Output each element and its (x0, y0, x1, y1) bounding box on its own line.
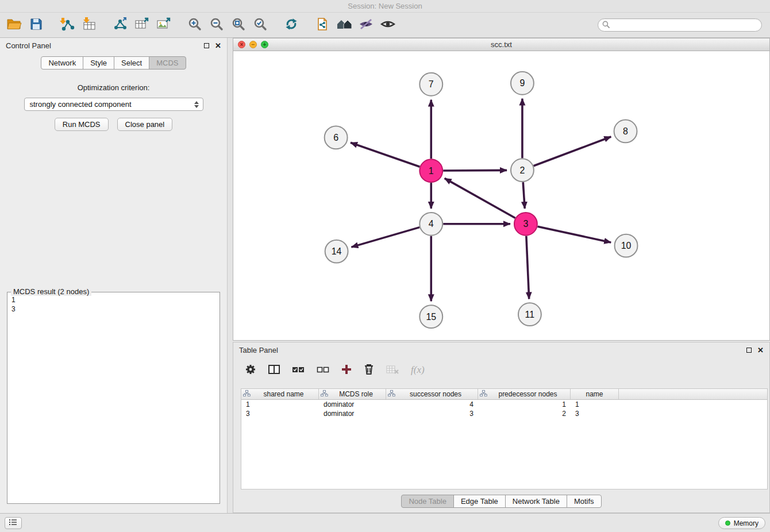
zoom-fit-button[interactable] (228, 15, 249, 36)
window-title: Session: New Session (0, 0, 770, 13)
deselect-all-button[interactable] (317, 365, 329, 376)
eye-slash-button[interactable] (355, 15, 377, 36)
zoom-out-button[interactable] (206, 15, 228, 36)
tab-select[interactable]: Select (114, 56, 149, 70)
close-panel-button[interactable]: ✕ (215, 41, 221, 50)
save-session-button[interactable] (25, 15, 47, 36)
two-houses-button[interactable] (333, 15, 355, 36)
zoom-in-button[interactable] (184, 15, 206, 36)
toolbar-search[interactable] (598, 18, 762, 32)
column-label: MCDS role (328, 390, 384, 398)
graph-node-label: 3 (523, 219, 528, 229)
column-header-predecessor-nodes[interactable]: predecessor nodes (478, 389, 571, 399)
eye-slash-icon (359, 18, 374, 32)
node-table-body: 1dominator4113dominator323 (241, 400, 767, 418)
graph-node-label: 2 (519, 165, 525, 175)
select-arrows-icon (194, 101, 199, 108)
export-network-button[interactable] (109, 15, 131, 36)
zoom-selected-button[interactable] (249, 15, 271, 36)
status-menu-button[interactable] (5, 517, 22, 529)
table-cell: 1 (478, 400, 571, 409)
table-cell: 1 (241, 400, 319, 409)
column-label: successor nodes (395, 390, 476, 398)
float-table-panel-button[interactable] (746, 348, 752, 353)
tab-node-table[interactable]: Node Table (401, 495, 454, 508)
graph-edge-2-8[interactable] (534, 137, 611, 166)
memory-button[interactable]: Memory (718, 517, 765, 529)
graph-node-label: 14 (332, 246, 342, 256)
column-header-mcds-role[interactable]: MCDS role (319, 389, 386, 399)
graph-node-label: 9 (519, 78, 525, 88)
zoom-selected-icon (253, 17, 267, 33)
column-label: shared name (251, 390, 317, 398)
run-mcds-button[interactable]: Run MCDS (55, 118, 109, 131)
close-table-panel-button[interactable]: ✕ (757, 346, 764, 354)
mcds-buttons-row: Run MCDS Close panel (0, 118, 227, 131)
column-label: name (572, 390, 617, 398)
tab-style[interactable]: Style (83, 56, 114, 70)
search-icon (602, 21, 610, 30)
split-view-button[interactable] (268, 364, 280, 376)
memory-status-icon (725, 521, 730, 526)
graph-node-label: 8 (623, 126, 628, 136)
document-network-button[interactable] (311, 15, 333, 36)
float-panel-button[interactable] (204, 43, 209, 48)
delete-column-button[interactable] (364, 364, 374, 377)
tab-edge-table[interactable]: Edge Table (453, 495, 506, 508)
network-window: × − + scc.txt 7968124314101511 (233, 38, 770, 341)
mcds-result-groupbox: MCDS result (2 nodes) 1 3 (7, 292, 220, 504)
mcds-result-list[interactable]: 1 3 (7, 292, 220, 317)
table-toolbar: f(x) (233, 358, 769, 381)
main-toolbar (0, 13, 770, 38)
unchecked-boxes-icon (317, 365, 329, 376)
table-settings-button[interactable] (245, 364, 256, 377)
panel-split-divider[interactable] (228, 38, 233, 513)
network-window-titlebar[interactable]: × − + scc.txt (233, 38, 769, 51)
graph-edge-1-2[interactable] (443, 170, 507, 171)
minimize-window-button[interactable]: − (249, 41, 257, 48)
maximize-window-button[interactable]: + (261, 41, 268, 48)
table-panel-title: Table Panel (239, 346, 741, 354)
search-input[interactable] (612, 20, 761, 30)
table-panel-tabs: Node Table Edge Table Network Table Moti… (233, 495, 769, 508)
tab-network[interactable]: Network (41, 56, 83, 70)
graph-edge-3-1[interactable] (445, 178, 515, 218)
tab-network-table[interactable]: Network Table (505, 495, 567, 508)
open-session-button[interactable] (3, 15, 25, 36)
table-row[interactable]: 3dominator323 (241, 409, 767, 418)
table-header-row: shared name MCDS role successor nodes pr… (241, 389, 767, 400)
sitemap-icon (243, 390, 251, 398)
close-panel-button-mcds[interactable]: Close panel (117, 118, 173, 131)
table-cell: 3 (386, 409, 478, 418)
graph-edge-3-10[interactable] (537, 226, 611, 242)
tab-motifs[interactable]: Motifs (567, 495, 602, 508)
import-table-button[interactable] (78, 15, 100, 36)
control-panel: Control Panel ✕ Network Style Select MCD… (0, 38, 228, 513)
apply-layout-button[interactable] (280, 15, 302, 36)
network-graph[interactable]: 7968124314101511 (233, 51, 769, 340)
function-builder-button[interactable]: f(x) (411, 364, 425, 376)
column-header-shared-name[interactable]: shared name (241, 389, 319, 399)
table-row[interactable]: 1dominator411 (241, 400, 767, 409)
graph-node-label: 10 (621, 241, 632, 250)
add-column-button[interactable] (341, 364, 352, 376)
import-network-button[interactable] (56, 15, 78, 36)
graph-edge-3-11[interactable] (526, 236, 529, 299)
column-header-successor-nodes[interactable]: successor nodes (386, 389, 478, 399)
column-header-name[interactable]: name (571, 389, 619, 399)
graph-edge-2-3[interactable] (523, 182, 525, 209)
graph-edge-4-14[interactable] (351, 228, 419, 247)
two-houses-icon (336, 18, 352, 32)
export-image-button[interactable] (153, 15, 175, 36)
close-window-button[interactable]: × (238, 41, 245, 48)
network-canvas[interactable]: 7968124314101511 (233, 51, 769, 340)
zoom-in-icon (188, 17, 202, 33)
tab-mcds[interactable]: MCDS (149, 56, 186, 70)
export-table-button[interactable] (131, 15, 153, 36)
open-folder-icon (7, 18, 22, 32)
delete-table-button[interactable] (386, 365, 399, 376)
graph-edge-1-6[interactable] (351, 142, 419, 167)
select-all-button[interactable] (292, 365, 305, 376)
birds-eye-view-button[interactable] (377, 15, 399, 36)
optimization-criterion-select[interactable]: strongly connected component (24, 98, 203, 111)
